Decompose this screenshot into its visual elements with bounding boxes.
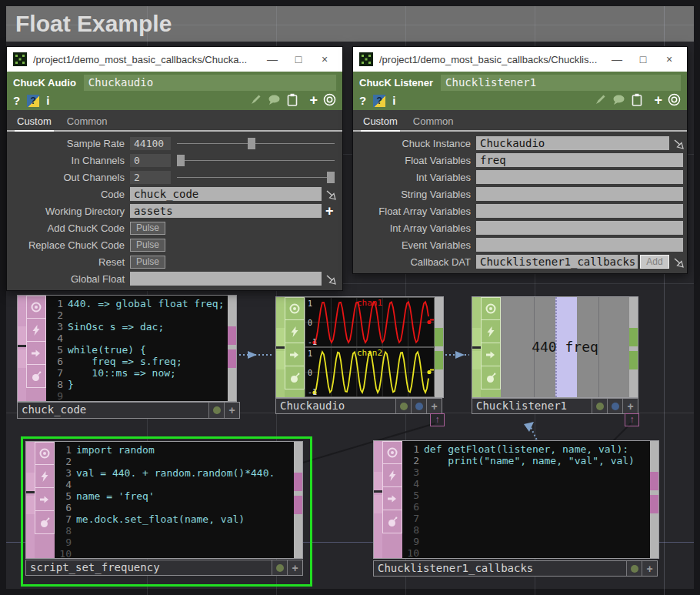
export-flag-icon[interactable] (285, 343, 305, 366)
export-flag-icon[interactable] (26, 342, 46, 365)
export-arrow-icon[interactable] (672, 256, 685, 269)
node-name-field[interactable]: script_set_frequency (26, 560, 272, 575)
node-Chuckaudio[interactable]: chan110-1chan210-1 (275, 296, 444, 398)
comment-icon[interactable] (268, 94, 281, 109)
output-connector[interactable] (294, 496, 302, 514)
add-icon[interactable]: + (654, 94, 662, 108)
tab-common[interactable]: Common (65, 112, 110, 130)
node-Chucklistener1[interactable]: 440 freq (472, 296, 638, 398)
minimize-button[interactable]: — (259, 47, 285, 72)
lock-flag-icon[interactable] (26, 365, 46, 388)
window-titlebar[interactable]: /project1/demo_most_basic_callbacks/Chuc… (353, 47, 687, 72)
lock-flag-icon[interactable] (285, 366, 305, 389)
operator-name-field[interactable]: Chucklistener1 (441, 75, 681, 91)
param-text-field[interactable]: Chuckaudio (476, 136, 669, 150)
add-dat-button[interactable]: Add (640, 255, 669, 269)
viewer-flag-icon[interactable] (26, 296, 46, 319)
tab-common[interactable]: Common (411, 112, 456, 130)
lock-flag-icon[interactable] (382, 510, 402, 533)
input-connector[interactable] (374, 472, 382, 490)
output-connector[interactable] (228, 349, 236, 368)
python-help-icon[interactable]: ? (373, 95, 385, 107)
blue-dot-button[interactable] (608, 399, 623, 413)
pulse-button[interactable]: Pulse (130, 239, 165, 252)
info-icon[interactable]: i (46, 95, 49, 107)
node-name-field[interactable]: Chucklistener1_callbacks (374, 561, 627, 576)
output-connector[interactable] (650, 472, 658, 490)
bypass-flag-icon[interactable] (285, 320, 305, 343)
info-icon[interactable]: i (392, 95, 395, 107)
plus-icon[interactable]: + (325, 204, 334, 218)
window-titlebar[interactable]: /project1/demo_most_basic_callbacks/Chuc… (7, 47, 342, 72)
param-text-field[interactable] (476, 204, 683, 218)
viewer-flag-icon[interactable] (35, 442, 55, 465)
help-icon[interactable]: ? (359, 95, 366, 107)
param-text-field[interactable] (130, 272, 322, 286)
green-dot-button[interactable] (209, 403, 225, 418)
output-connector[interactable] (294, 473, 302, 491)
viewer-flag-icon[interactable] (481, 297, 501, 320)
node-input-connector-column[interactable] (26, 442, 35, 558)
param-number-field[interactable]: 2 (130, 171, 171, 184)
plus-button[interactable]: + (225, 403, 239, 418)
node-input-connector-column[interactable] (18, 296, 26, 401)
plus-button[interactable]: + (427, 399, 442, 413)
close-button[interactable]: × (656, 47, 682, 72)
export-arrow-icon[interactable] (324, 188, 338, 201)
param-slider[interactable] (177, 154, 335, 167)
output-connector[interactable] (629, 328, 638, 346)
green-dot-button[interactable] (592, 399, 608, 413)
input-connector[interactable] (18, 349, 26, 368)
node-input-connector-column[interactable] (374, 441, 382, 558)
plus-button[interactable]: + (288, 560, 302, 575)
param-text-field[interactable]: chuck_code (130, 187, 322, 201)
bypass-flag-icon[interactable] (35, 465, 55, 488)
node-script_set_frequency[interactable]: 1import random23val = 440. + random.rand… (25, 441, 303, 559)
node-name-field[interactable]: Chucklistener1 (472, 399, 592, 413)
param-text-field[interactable]: assets (130, 204, 322, 218)
output-connector[interactable] (650, 495, 658, 513)
lock-flag-icon[interactable] (481, 366, 501, 389)
input-connector[interactable] (26, 473, 35, 491)
param-text-field[interactable]: Chucklistener1_callbacks (476, 255, 638, 269)
param-text-field[interactable] (476, 221, 683, 235)
viewer-flag-icon[interactable] (382, 441, 402, 464)
export-flag-icon[interactable] (481, 343, 501, 366)
output-connector[interactable] (435, 351, 443, 369)
dock-expand-arrow-chuckaudio[interactable]: ↑ (430, 413, 445, 426)
add-icon[interactable]: + (309, 94, 318, 108)
input-connector[interactable] (276, 328, 285, 346)
operator-name-field[interactable]: Chuckaudio (84, 75, 336, 91)
export-arrow-icon[interactable] (672, 137, 685, 150)
param-text-field[interactable] (476, 187, 683, 201)
blue-dot-button[interactable] (412, 399, 427, 413)
close-button[interactable]: × (312, 47, 338, 72)
edit-icon[interactable] (595, 93, 607, 109)
bypass-flag-icon[interactable] (26, 319, 46, 342)
help-icon[interactable]: ? (13, 95, 20, 107)
bypass-flag-icon[interactable] (481, 320, 501, 343)
pulse-button[interactable]: Pulse (130, 222, 165, 235)
param-slider[interactable] (177, 171, 335, 184)
param-text-field[interactable] (476, 238, 683, 252)
target-icon[interactable] (668, 93, 681, 109)
edit-icon[interactable] (250, 93, 262, 109)
dock-expand-arrow-chucklistener[interactable]: ↑ (625, 413, 639, 426)
input-connector[interactable] (276, 351, 285, 369)
target-icon[interactable] (323, 93, 336, 109)
minimize-button[interactable]: — (604, 47, 630, 72)
slider-handle[interactable] (177, 155, 185, 166)
green-dot-button[interactable] (396, 399, 412, 413)
input-connector[interactable] (472, 351, 481, 369)
param-text-field[interactable] (476, 170, 683, 184)
param-number-field[interactable]: 44100 (130, 137, 171, 150)
output-connector[interactable] (629, 351, 638, 369)
viewer-flag-icon[interactable] (285, 297, 305, 320)
comment-icon[interactable] (612, 94, 625, 109)
tab-custom[interactable]: Custom (15, 112, 54, 132)
maximize-button[interactable]: □ (630, 47, 656, 72)
slider-handle[interactable] (327, 172, 335, 183)
python-help-icon[interactable]: ? (27, 95, 39, 107)
param-slider[interactable] (177, 137, 335, 150)
pulse-button[interactable]: Pulse (130, 256, 165, 269)
